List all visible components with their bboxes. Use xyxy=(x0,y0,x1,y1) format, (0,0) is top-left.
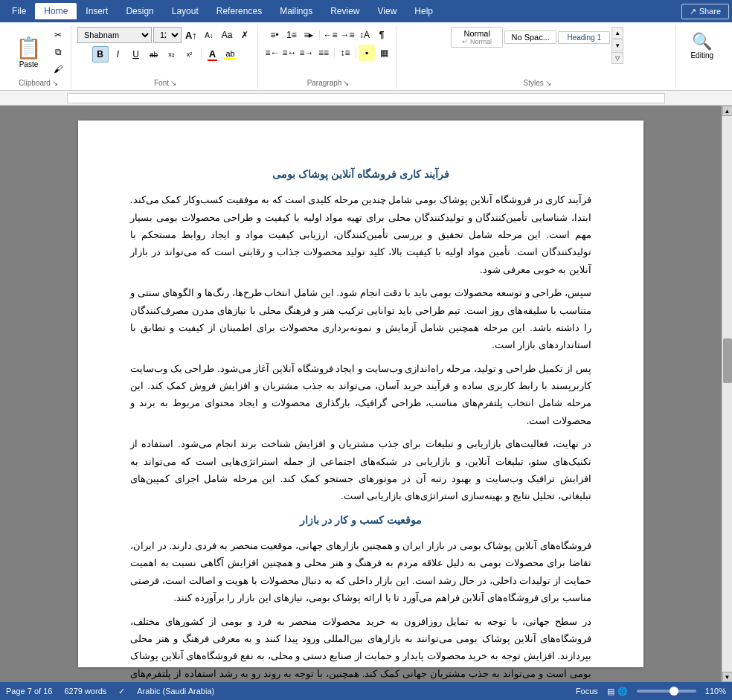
multilevel-list-button[interactable]: ≡▸ xyxy=(301,27,317,43)
page-info: Page 7 of 16 xyxy=(6,687,52,696)
ruler-bar xyxy=(67,93,665,103)
paragraph-expand-icon[interactable]: ↘ xyxy=(343,79,349,87)
scrollbar-down-button[interactable]: ▼ xyxy=(722,672,733,682)
text-highlight-button[interactable]: ab xyxy=(222,46,239,62)
copy-button[interactable]: ⧉ xyxy=(50,44,66,60)
paste-button[interactable]: 📋 Paste xyxy=(10,33,47,71)
shading-button[interactable]: ▪ xyxy=(359,45,375,61)
style-no-spacing[interactable]: No Spac... xyxy=(504,30,556,44)
search-icon: 🔍 xyxy=(692,32,712,51)
share-icon: ↗ xyxy=(690,7,696,16)
web-layout-icon[interactable]: 🌐 xyxy=(617,687,628,696)
doc-paragraph-4: در نهایت، فعالیت‌های بازاریابی و تبلیغات… xyxy=(130,435,591,505)
doc-paragraph-5: فروشگاه‌های آنلاین پوشاک بومی در بازار ا… xyxy=(130,537,591,607)
increase-font-size-button[interactable]: A↑ xyxy=(183,27,199,43)
vertical-scrollbar[interactable]: ▲ ▼ xyxy=(722,106,732,682)
scrollbar-up-button[interactable]: ▲ xyxy=(722,106,733,116)
share-button[interactable]: ↗ Share xyxy=(681,4,729,19)
document-area: فرآیند کاری فروشگاه آنلاین پوشاک بومی فر… xyxy=(0,106,732,682)
paste-icon: 📋 xyxy=(16,36,42,60)
strikethrough-button[interactable]: ab xyxy=(146,46,162,62)
tab-review[interactable]: Review xyxy=(321,3,368,19)
sort-button[interactable]: ↕A xyxy=(356,27,373,43)
font-group: Shabnam 12 A↑ A↓ Aa ✗ B I U ab x₂ x² A xyxy=(73,25,258,89)
language-info[interactable]: Arabic (Saudi Arabia) xyxy=(137,687,214,696)
font-name-select[interactable]: Shabnam xyxy=(77,27,152,43)
decrease-indent-button[interactable]: ←≡ xyxy=(322,27,338,43)
clear-formatting-button[interactable]: ✗ xyxy=(237,27,253,43)
tab-references[interactable]: References xyxy=(208,3,271,19)
align-center-button[interactable]: ≡↔ xyxy=(281,45,298,61)
document-content: فرآیند کاری فروشگاه آنلاین پوشاک بومی فر… xyxy=(130,165,591,682)
subscript-button[interactable]: x₂ xyxy=(164,46,180,62)
italic-button[interactable]: I xyxy=(110,46,126,62)
align-left-button[interactable]: ≡← xyxy=(264,45,280,61)
tab-design[interactable]: Design xyxy=(117,3,162,19)
styles-expand[interactable]: ▽ xyxy=(611,52,623,64)
increase-indent-button[interactable]: →≡ xyxy=(339,27,356,43)
doc-paragraph-6: در سطح جهانی، با توجه به تمایل روزافزون … xyxy=(130,613,591,682)
scrollbar-track[interactable] xyxy=(722,116,733,672)
tab-home[interactable]: Home xyxy=(35,3,77,19)
styles-expand-icon[interactable]: ↘ xyxy=(545,79,551,87)
style-heading1[interactable]: Heading 1 xyxy=(558,31,610,44)
cut-button[interactable]: ✂ xyxy=(50,27,66,43)
styles-group: Normal ↵ Normal No Spac... Heading 1 ▲ ▼… xyxy=(399,25,676,89)
borders-button[interactable]: ▦ xyxy=(376,45,392,61)
styles-scroll-up[interactable]: ▲ xyxy=(611,27,623,39)
doc-paragraph-1: فرآیند کاری در فروشگاه آنلاین پوشاک بومی… xyxy=(130,191,591,278)
justify-button[interactable]: ≡≡ xyxy=(315,45,332,61)
change-case-button[interactable]: Aa xyxy=(219,27,235,43)
font-size-select[interactable]: 12 xyxy=(153,27,182,43)
ribbon-toolbar: 📋 Paste ✂ ⧉ 🖌 Clipboard ↘ Shabnam xyxy=(0,22,732,91)
font-color-button[interactable]: A xyxy=(205,46,221,62)
tab-insert[interactable]: Insert xyxy=(77,3,117,19)
word-count: 6279 words xyxy=(64,687,106,696)
find-button[interactable]: 🔍 Editing xyxy=(684,28,720,63)
superscript-button[interactable]: x² xyxy=(182,46,198,62)
ribbon-tab-bar: File Home Insert Design Layout Reference… xyxy=(0,0,732,22)
tab-layout[interactable]: Layout xyxy=(163,3,208,19)
view-icons: ▤ 🌐 xyxy=(607,687,628,696)
ruler xyxy=(0,91,732,106)
tab-mailings[interactable]: Mailings xyxy=(271,3,321,19)
bullets-button[interactable]: ≡• xyxy=(266,27,283,43)
document-scroll[interactable]: فرآیند کاری فروشگاه آنلاین پوشاک بومی فر… xyxy=(0,106,722,682)
align-right-button[interactable]: ≡→ xyxy=(298,45,315,61)
decrease-font-size-button[interactable]: A↓ xyxy=(201,27,217,43)
proofing-icon[interactable]: ✓ xyxy=(118,687,125,696)
tab-help[interactable]: Help xyxy=(405,3,442,19)
doc-paragraph-2: سپس، طراحی و توسعه محصولات بومی باید با … xyxy=(130,284,591,354)
styles-gallery: Normal ↵ Normal No Spac... Heading 1 xyxy=(451,27,610,77)
zoom-slider[interactable] xyxy=(637,690,696,693)
doc-paragraph-3: پس از تکمیل طراحی و تولید، مرحله راه‌اند… xyxy=(130,360,591,430)
bold-button[interactable]: B xyxy=(92,46,109,62)
underline-button[interactable]: U xyxy=(128,46,144,62)
show-formatting-button[interactable]: ¶ xyxy=(373,27,390,43)
tab-view[interactable]: View xyxy=(369,3,406,19)
styles-scroll-down[interactable]: ▼ xyxy=(611,39,623,51)
doc-heading-2: موقعیت کسب و کار در بازار xyxy=(130,511,591,530)
line-spacing-button[interactable]: ↕≡ xyxy=(337,45,353,61)
zoom-thumb[interactable] xyxy=(670,687,678,696)
clipboard-expand-icon[interactable]: ↘ xyxy=(52,79,58,87)
zoom-level[interactable]: 110% xyxy=(705,687,726,696)
tab-file[interactable]: File xyxy=(3,3,35,19)
status-bar: Page 7 of 16 6279 words ✓ Arabic (Saudi … xyxy=(0,682,732,700)
focus-button[interactable]: Focus xyxy=(576,687,598,696)
style-normal[interactable]: Normal ↵ Normal xyxy=(451,27,503,48)
print-layout-icon[interactable]: ▤ xyxy=(607,687,614,696)
doc-heading-1: فرآیند کاری فروشگاه آنلاین پوشاک بومی xyxy=(130,165,591,184)
scrollbar-thumb[interactable] xyxy=(723,338,732,383)
font-expand-icon[interactable]: ↘ xyxy=(170,79,176,87)
numbering-button[interactable]: 1≡ xyxy=(283,27,300,43)
format-painter-button[interactable]: 🖌 xyxy=(50,61,66,77)
document-page: فرآیند کاری فروشگاه آنلاین پوشاک بومی فر… xyxy=(78,121,643,667)
status-right: Focus ▤ 🌐 110% xyxy=(576,687,726,696)
clipboard-group: 📋 Paste ✂ ⧉ 🖌 Clipboard ↘ xyxy=(6,25,71,89)
styles-scroll-buttons: ▲ ▼ ▽ xyxy=(611,27,623,77)
editing-group: 🔍 Editing xyxy=(678,25,726,89)
paragraph-group: ≡• 1≡ ≡▸ ←≡ →≡ ↕A ¶ ≡← ≡↔ ≡→ ≡≡ ↕≡ ▪ ▦ xyxy=(260,25,397,89)
